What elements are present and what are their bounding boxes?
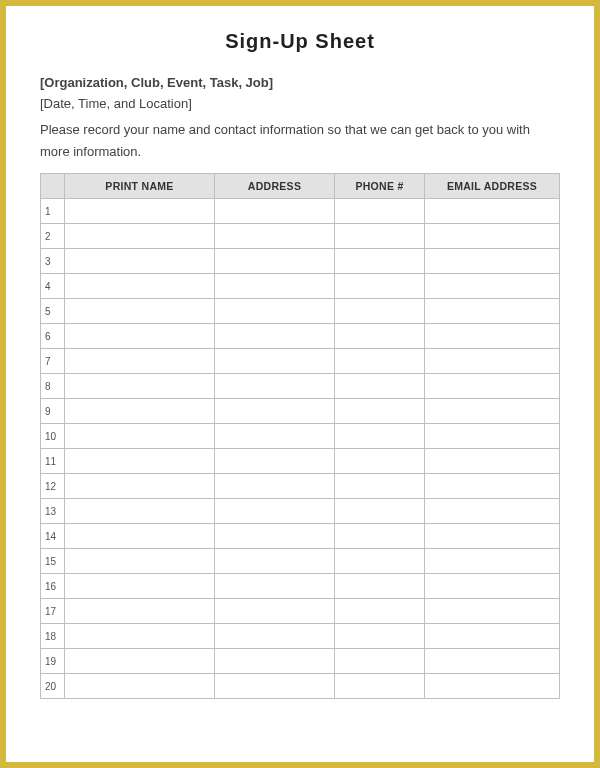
- cell-phone[interactable]: [335, 499, 425, 524]
- cell-name[interactable]: [65, 499, 215, 524]
- cell-phone[interactable]: [335, 674, 425, 699]
- cell-email[interactable]: [425, 399, 560, 424]
- cell-email[interactable]: [425, 424, 560, 449]
- cell-email[interactable]: [425, 624, 560, 649]
- cell-name[interactable]: [65, 374, 215, 399]
- cell-email[interactable]: [425, 324, 560, 349]
- row-number: 8: [41, 374, 65, 399]
- row-number: 9: [41, 399, 65, 424]
- table-row: 8: [41, 374, 560, 399]
- cell-phone[interactable]: [335, 549, 425, 574]
- cell-name[interactable]: [65, 399, 215, 424]
- cell-email[interactable]: [425, 674, 560, 699]
- row-number: 2: [41, 224, 65, 249]
- cell-address[interactable]: [215, 349, 335, 374]
- table-header-row: PRINT NAME ADDRESS PHONE # EMAIL ADDRESS: [41, 174, 560, 199]
- cell-address[interactable]: [215, 524, 335, 549]
- cell-name[interactable]: [65, 674, 215, 699]
- cell-name[interactable]: [65, 324, 215, 349]
- cell-email[interactable]: [425, 549, 560, 574]
- cell-email[interactable]: [425, 449, 560, 474]
- cell-name[interactable]: [65, 274, 215, 299]
- cell-phone[interactable]: [335, 274, 425, 299]
- cell-phone[interactable]: [335, 224, 425, 249]
- cell-phone[interactable]: [335, 424, 425, 449]
- header-address: ADDRESS: [215, 174, 335, 199]
- cell-phone[interactable]: [335, 399, 425, 424]
- row-number: 13: [41, 499, 65, 524]
- cell-name[interactable]: [65, 299, 215, 324]
- cell-email[interactable]: [425, 474, 560, 499]
- cell-address[interactable]: [215, 249, 335, 274]
- cell-phone[interactable]: [335, 524, 425, 549]
- cell-name[interactable]: [65, 474, 215, 499]
- cell-address[interactable]: [215, 674, 335, 699]
- cell-email[interactable]: [425, 599, 560, 624]
- cell-email[interactable]: [425, 574, 560, 599]
- table-row: 6: [41, 324, 560, 349]
- cell-address[interactable]: [215, 274, 335, 299]
- cell-name[interactable]: [65, 199, 215, 224]
- row-number: 6: [41, 324, 65, 349]
- cell-name[interactable]: [65, 349, 215, 374]
- cell-phone[interactable]: [335, 349, 425, 374]
- cell-name[interactable]: [65, 599, 215, 624]
- table-row: 4: [41, 274, 560, 299]
- cell-email[interactable]: [425, 349, 560, 374]
- cell-address[interactable]: [215, 649, 335, 674]
- cell-address[interactable]: [215, 399, 335, 424]
- row-number: 5: [41, 299, 65, 324]
- cell-email[interactable]: [425, 374, 560, 399]
- cell-address[interactable]: [215, 299, 335, 324]
- cell-address[interactable]: [215, 549, 335, 574]
- cell-phone[interactable]: [335, 474, 425, 499]
- cell-email[interactable]: [425, 499, 560, 524]
- cell-address[interactable]: [215, 474, 335, 499]
- cell-address[interactable]: [215, 499, 335, 524]
- cell-email[interactable]: [425, 249, 560, 274]
- sheet-title: Sign-Up Sheet: [40, 30, 560, 53]
- cell-phone[interactable]: [335, 249, 425, 274]
- cell-name[interactable]: [65, 574, 215, 599]
- row-number: 3: [41, 249, 65, 274]
- cell-email[interactable]: [425, 199, 560, 224]
- table-row: 2: [41, 224, 560, 249]
- cell-email[interactable]: [425, 224, 560, 249]
- cell-address[interactable]: [215, 449, 335, 474]
- cell-email[interactable]: [425, 299, 560, 324]
- cell-phone[interactable]: [335, 324, 425, 349]
- cell-phone[interactable]: [335, 199, 425, 224]
- cell-name[interactable]: [65, 224, 215, 249]
- cell-email[interactable]: [425, 524, 560, 549]
- cell-phone[interactable]: [335, 574, 425, 599]
- row-number: 19: [41, 649, 65, 674]
- table-row: 17: [41, 599, 560, 624]
- cell-name[interactable]: [65, 249, 215, 274]
- cell-phone[interactable]: [335, 624, 425, 649]
- cell-phone[interactable]: [335, 299, 425, 324]
- cell-email[interactable]: [425, 274, 560, 299]
- cell-phone[interactable]: [335, 374, 425, 399]
- cell-name[interactable]: [65, 524, 215, 549]
- cell-name[interactable]: [65, 649, 215, 674]
- cell-address[interactable]: [215, 574, 335, 599]
- cell-address[interactable]: [215, 599, 335, 624]
- cell-email[interactable]: [425, 649, 560, 674]
- cell-phone[interactable]: [335, 649, 425, 674]
- cell-phone[interactable]: [335, 449, 425, 474]
- cell-address[interactable]: [215, 424, 335, 449]
- signup-table: PRINT NAME ADDRESS PHONE # EMAIL ADDRESS…: [40, 173, 560, 699]
- cell-name[interactable]: [65, 624, 215, 649]
- cell-address[interactable]: [215, 224, 335, 249]
- row-number: 18: [41, 624, 65, 649]
- cell-address[interactable]: [215, 624, 335, 649]
- cell-name[interactable]: [65, 449, 215, 474]
- instructions-text: Please record your name and contact info…: [40, 119, 560, 163]
- cell-name[interactable]: [65, 424, 215, 449]
- cell-address[interactable]: [215, 374, 335, 399]
- document-page: Sign-Up Sheet [Organization, Club, Event…: [0, 0, 600, 768]
- cell-address[interactable]: [215, 324, 335, 349]
- cell-phone[interactable]: [335, 599, 425, 624]
- cell-name[interactable]: [65, 549, 215, 574]
- cell-address[interactable]: [215, 199, 335, 224]
